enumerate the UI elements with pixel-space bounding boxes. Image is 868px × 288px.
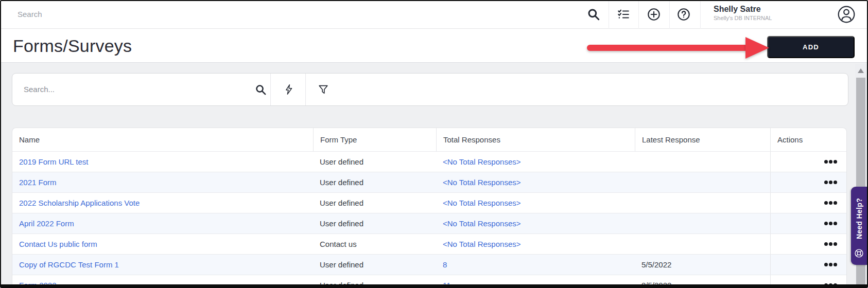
- avatar-icon: [837, 5, 856, 24]
- row-actions-button[interactable]: [770, 193, 846, 213]
- add-button[interactable]: ADD: [767, 36, 855, 58]
- form-type-cell: User defined: [313, 172, 436, 192]
- add-circle-icon: [647, 7, 661, 22]
- topbar: Search Shelly Satre Shelly's DB INTERNAL: [0, 0, 868, 29]
- filter-icon[interactable]: [311, 74, 335, 105]
- ellipsis-icon: [824, 201, 837, 205]
- table-header-row: Name Form Type Total Responses Latest Re…: [12, 128, 846, 151]
- row-actions-button[interactable]: [770, 152, 846, 172]
- add-circle-icon[interactable]: [639, 0, 669, 29]
- form-name-link[interactable]: Contact Us public form: [12, 234, 313, 254]
- search-icon: [587, 8, 600, 21]
- table-row: 2021 Form User defined <No Total Respons…: [12, 172, 846, 192]
- latest-response-cell: [635, 172, 770, 192]
- ellipsis-icon: [824, 181, 837, 184]
- checklist-icon: [617, 8, 630, 21]
- list-search-input[interactable]: Search...: [24, 74, 219, 105]
- checklist-icon[interactable]: [609, 0, 638, 29]
- row-actions-button[interactable]: [770, 275, 846, 288]
- filter-icon: [318, 84, 329, 95]
- global-search-input[interactable]: Search: [18, 0, 481, 29]
- form-name-link[interactable]: Form 2022: [12, 275, 313, 288]
- lightning-icon[interactable]: [277, 74, 301, 105]
- table-row: 2019 Form URL test User defined <No Tota…: [12, 151, 846, 172]
- need-help-tab[interactable]: Need Help?: [851, 187, 867, 265]
- ellipsis-icon: [824, 242, 837, 246]
- row-actions-button[interactable]: [770, 255, 846, 275]
- form-type-cell: User defined: [313, 275, 436, 288]
- search-icon[interactable]: [579, 0, 609, 29]
- total-responses-link[interactable]: <No Total Responses>: [436, 152, 635, 172]
- divider: [700, 0, 701, 29]
- row-actions-button[interactable]: [770, 172, 846, 192]
- total-responses-link[interactable]: 8: [436, 255, 635, 275]
- column-header-actions: Actions: [770, 128, 846, 151]
- row-actions-button[interactable]: [770, 213, 846, 233]
- total-responses-link[interactable]: <No Total Responses>: [436, 213, 635, 233]
- column-header-name[interactable]: Name: [12, 128, 313, 151]
- annotation-arrow: [587, 45, 750, 51]
- help-circle-icon: [676, 7, 691, 22]
- total-responses-link[interactable]: <No Total Responses>: [436, 193, 635, 213]
- table-row: Form 2022 User defined 11 8/5/2022: [12, 275, 846, 288]
- need-help-label: Need Help?: [855, 198, 863, 239]
- forms-table: Name Form Type Total Responses Latest Re…: [12, 128, 847, 288]
- help-circle-icon[interactable]: [669, 0, 699, 29]
- column-header-latest-response[interactable]: Latest Response: [635, 128, 770, 151]
- form-type-cell: User defined: [313, 193, 436, 213]
- lifebuoy-icon: [854, 248, 864, 258]
- form-name-link[interactable]: 2022 Scholarship Applications Vote: [12, 193, 313, 213]
- latest-response-cell: [635, 152, 770, 172]
- latest-response-cell: 5/5/2022: [635, 255, 770, 275]
- table-row: 2022 Scholarship Applications Vote User …: [12, 192, 846, 213]
- user-org: Shelly's DB INTERNAL: [714, 14, 772, 22]
- column-header-form-type[interactable]: Form Type: [313, 128, 436, 151]
- ellipsis-icon: [824, 160, 837, 164]
- page-title: Forms/Surveys: [13, 36, 132, 56]
- search-icon[interactable]: [249, 74, 272, 105]
- form-type-cell: Contact us: [313, 234, 436, 254]
- ellipsis-icon: [824, 263, 837, 266]
- user-menu[interactable]: Shelly Satre Shelly's DB INTERNAL: [714, 4, 772, 22]
- latest-response-cell: [635, 234, 770, 254]
- form-name-link[interactable]: 2019 Form URL test: [12, 152, 313, 172]
- table-row: Contact Us public form Contact us <No To…: [12, 233, 846, 254]
- latest-response-cell: 8/5/2022: [635, 275, 770, 288]
- divider: [305, 74, 306, 105]
- avatar[interactable]: [836, 4, 857, 25]
- scroll-up-icon[interactable]: [858, 68, 864, 73]
- row-actions-button[interactable]: [770, 234, 846, 254]
- list-search-toolbar: Search...: [12, 73, 848, 106]
- table-row: Copy of RGCDC Test Form 1 User defined 8…: [12, 254, 846, 275]
- column-header-total-responses[interactable]: Total Responses: [436, 128, 635, 151]
- latest-response-cell: [635, 213, 770, 233]
- total-responses-link[interactable]: <No Total Responses>: [436, 172, 635, 192]
- divider: [270, 74, 271, 105]
- ellipsis-icon: [824, 222, 837, 225]
- form-name-link[interactable]: 2021 Form: [12, 172, 313, 192]
- search-icon: [255, 84, 267, 96]
- total-responses-link[interactable]: <No Total Responses>: [436, 234, 635, 254]
- total-responses-link[interactable]: 11: [436, 275, 635, 288]
- need-help-label-wrap: Need Help?: [851, 190, 867, 247]
- latest-response-cell: [635, 193, 770, 213]
- form-name-link[interactable]: Copy of RGCDC Test Form 1: [12, 255, 313, 275]
- table-row: April 2022 Form User defined <No Total R…: [12, 213, 846, 233]
- form-name-link[interactable]: April 2022 Form: [12, 213, 313, 233]
- form-type-cell: User defined: [313, 255, 436, 275]
- form-type-cell: User defined: [313, 152, 436, 172]
- lightning-icon: [283, 84, 294, 95]
- ellipsis-icon: [824, 283, 837, 287]
- annotation-arrow-head: [745, 37, 769, 59]
- user-name: Shelly Satre: [714, 4, 772, 14]
- form-type-cell: User defined: [313, 213, 436, 233]
